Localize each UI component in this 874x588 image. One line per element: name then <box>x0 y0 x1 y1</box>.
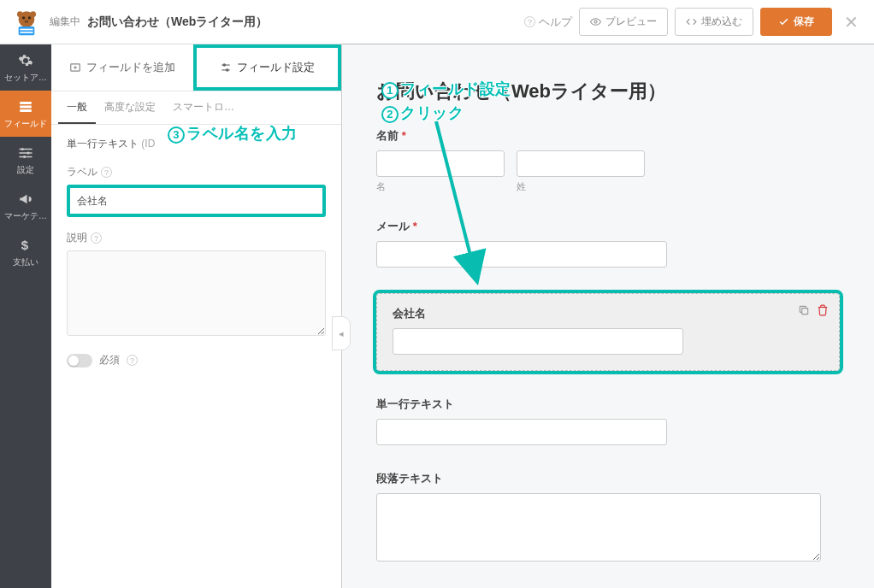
page-title: お問い合わせ（Webライター用） <box>87 15 268 30</box>
dollar-icon: $ <box>18 238 33 253</box>
duplicate-icon[interactable] <box>798 304 810 316</box>
svg-point-26 <box>226 69 227 71</box>
rail-marketing-label: マーケテ… <box>4 210 47 222</box>
sliders-icon <box>220 62 232 74</box>
preview-label: プレビュー <box>605 15 657 29</box>
left-rail: セットア… フィールド 設定 マーケテ… $ 支払い <box>0 44 51 588</box>
svg-point-1 <box>17 11 23 17</box>
company-input[interactable] <box>393 328 683 355</box>
side-panel: フィールドを追加 フィールド設定 一般 高度な設定 スマートロ… 単一行テキスト… <box>51 44 342 588</box>
last-name-sublabel: 姓 <box>517 180 645 193</box>
top-bar: 編集中 お問い合わせ（Webライター用） ? ヘルプ プレビュー 埋め込む 保存… <box>0 0 874 44</box>
svg-rect-8 <box>20 32 32 33</box>
eye-icon <box>590 16 601 27</box>
subtab-advanced[interactable]: 高度な設定 <box>96 91 164 124</box>
svg-rect-11 <box>20 106 32 109</box>
sub-tabs: 一般 高度な設定 スマートロ… <box>51 91 341 125</box>
name-label: 名前 * <box>376 128 840 144</box>
field-email[interactable]: メール * <box>376 219 840 268</box>
megaphone-icon <box>18 191 33 207</box>
rail-setup[interactable]: セットア… <box>0 44 51 91</box>
card-actions <box>798 304 829 316</box>
panel-body: 単一行テキスト (ID ラベル ? 説明 ? 必須 ? <box>51 125 341 379</box>
tab-field-settings[interactable]: フィールド設定 <box>193 44 342 91</box>
svg-point-14 <box>21 148 24 150</box>
stage: セットア… フィールド 設定 マーケテ… $ 支払い フィールドを追加 <box>0 44 874 588</box>
section-heading: 単一行テキスト (ID <box>67 137 326 151</box>
rail-marketing[interactable]: マーケテ… <box>0 183 51 229</box>
form-preview: お問い合わせ（Webライター用） 名前 * 名 姓 メール * <box>342 44 874 588</box>
subtab-smart[interactable]: スマートロ… <box>164 91 243 124</box>
svg-rect-27 <box>802 309 808 315</box>
svg-rect-10 <box>20 102 32 104</box>
save-button[interactable]: 保存 <box>760 8 832 36</box>
tab-add-label: フィールドを追加 <box>86 60 175 75</box>
label-text: ラベル <box>67 165 97 179</box>
rail-fields-label: フィールド <box>4 118 47 130</box>
rail-payment-label: 支払い <box>13 256 38 268</box>
rail-setup-label: セットア… <box>4 72 47 84</box>
desc-field-label: 説明 ? <box>67 231 326 245</box>
single-line-label: 単一行テキスト <box>376 397 840 412</box>
svg-point-4 <box>28 16 31 19</box>
svg-rect-12 <box>20 109 32 112</box>
required-toggle[interactable] <box>67 354 92 368</box>
close-button[interactable]: ✕ <box>839 12 864 32</box>
preview-button[interactable]: プレビュー <box>579 8 668 36</box>
label-input[interactable] <box>67 185 326 217</box>
collapse-panel-toggle[interactable]: ◂ <box>332 316 351 350</box>
gear-icon <box>18 53 33 68</box>
help-icon[interactable]: ? <box>101 167 112 178</box>
single-line-input[interactable] <box>376 419 667 445</box>
svg-point-9 <box>594 21 597 23</box>
svg-point-2 <box>30 11 36 17</box>
svg-point-16 <box>27 152 30 155</box>
desc-text: 説明 <box>67 231 87 245</box>
rail-settings-label: 設定 <box>17 164 34 176</box>
embed-label: 埋め込む <box>701 15 742 29</box>
help-icon[interactable]: ? <box>91 232 102 244</box>
label-field-label: ラベル ? <box>67 165 326 179</box>
required-row: 必須 ? <box>67 353 326 368</box>
paragraph-input[interactable] <box>376 493 821 562</box>
form-icon <box>18 99 33 115</box>
rail-settings[interactable]: 設定 <box>0 137 51 183</box>
description-input[interactable] <box>67 250 326 336</box>
field-company-selected[interactable]: 会社名 <box>376 293 840 371</box>
subtab-general[interactable]: 一般 <box>58 91 96 124</box>
tab-add-field[interactable]: フィールドを追加 <box>51 48 193 87</box>
last-name-input[interactable] <box>517 150 645 177</box>
tab-settings-label: フィールド設定 <box>237 60 315 75</box>
form-title: お問い合わせ（Webライター用） <box>376 79 840 104</box>
field-id-label: (ID <box>141 138 155 150</box>
svg-point-3 <box>22 16 25 19</box>
form-area: お問い合わせ（Webライター用） 名前 * 名 姓 メール * <box>342 44 874 588</box>
svg-point-18 <box>23 156 26 158</box>
field-single-line[interactable]: 単一行テキスト <box>376 397 840 445</box>
required-label: 必須 <box>99 353 120 368</box>
add-panel-icon <box>69 62 81 74</box>
svg-point-24 <box>223 64 225 66</box>
embed-button[interactable]: 埋め込む <box>675 8 753 36</box>
svg-point-5 <box>24 20 28 22</box>
svg-rect-15 <box>20 152 32 154</box>
first-name-input[interactable] <box>376 150 505 177</box>
help-icon[interactable]: ? <box>127 355 138 366</box>
email-label: メール * <box>376 219 840 234</box>
section-heading-text: 単一行テキスト <box>67 138 139 150</box>
field-paragraph[interactable]: 段落テキスト <box>376 471 840 565</box>
trash-icon[interactable] <box>817 304 829 316</box>
app-mascot-icon <box>10 6 43 38</box>
email-input[interactable] <box>376 241 667 268</box>
help-icon: ? <box>524 16 535 27</box>
svg-rect-6 <box>19 26 35 35</box>
editing-chip: 編集中 <box>50 15 80 29</box>
rail-fields[interactable]: フィールド <box>0 91 51 137</box>
rail-payment[interactable]: $ 支払い <box>0 229 51 275</box>
paragraph-label: 段落テキスト <box>376 471 840 486</box>
svg-rect-7 <box>20 28 32 30</box>
help-link[interactable]: ? ヘルプ <box>524 15 572 30</box>
first-name-sublabel: 名 <box>376 180 505 193</box>
code-icon <box>686 16 697 27</box>
field-name[interactable]: 名前 * 名 姓 <box>376 128 840 193</box>
